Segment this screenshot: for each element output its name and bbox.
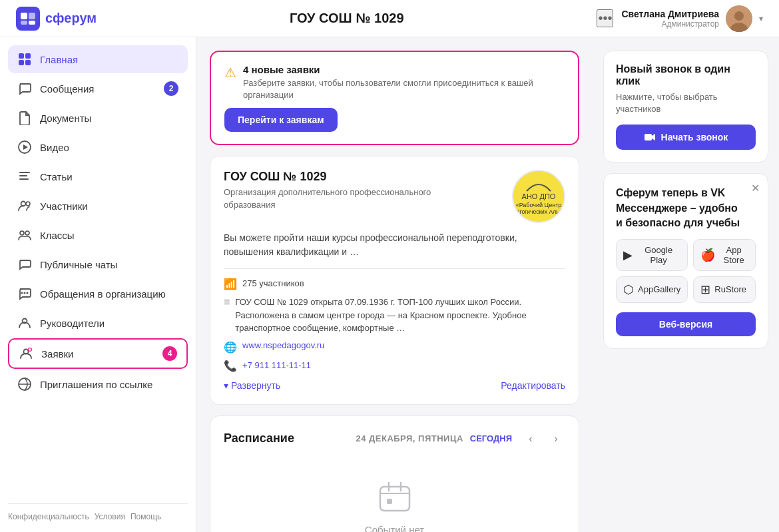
schedule-today-label: СЕГОДНЯ	[470, 433, 512, 443]
go-to-applications-button[interactable]: Перейти к заявкам	[224, 108, 338, 132]
messages-icon	[17, 81, 32, 96]
header: сферум ГОУ СОШ № 1029 ••• Светлана Дмитр…	[0, 0, 779, 37]
camera-icon	[644, 131, 656, 143]
schedule-header: Расписание 24 ДЕКАБРЯ, ПЯТНИЦА СЕГОДНЯ ‹…	[224, 429, 565, 448]
sidebar-item-home[interactable]: Главная	[8, 45, 188, 73]
sidebar-item-participants[interactable]: Участники	[8, 192, 188, 220]
avatar	[726, 5, 752, 32]
org-website-link[interactable]: www.nspedagogov.ru	[242, 340, 324, 350]
invite-link-icon	[17, 377, 32, 392]
logo-icon	[16, 7, 40, 31]
schedule-date: 24 ДЕКАБРЯ, ПЯТНИЦА	[356, 433, 463, 443]
web-version-button[interactable]: Веб-версия	[616, 312, 756, 336]
user-info: Светлана Дмитриева Администратор	[621, 9, 719, 29]
sidebar-item-applications-label: Заявки	[41, 348, 73, 360]
svg-rect-2	[29, 13, 35, 19]
google-play-button[interactable]: ▶ Google Play	[616, 239, 688, 271]
org-info: ГОУ СОШ № 1029 Организация дополнительно…	[224, 170, 437, 210]
svg-text:Педагогических Альянс»: Педагогических Альянс»	[513, 208, 564, 215]
org-edit-button[interactable]: Редактировать	[501, 380, 565, 391]
notification-text: 4 новые заявки Разберите заявки, чтобы п…	[243, 64, 565, 101]
sidebar-item-documents[interactable]: Документы	[8, 104, 188, 132]
app-gallery-button[interactable]: ⬡ AppGallery	[616, 276, 688, 303]
app-store-button[interactable]: 🍎 App Store	[693, 239, 756, 271]
sidebar-item-managers[interactable]: Руководители	[8, 309, 188, 337]
sidebar-item-classes[interactable]: Классы	[8, 221, 188, 249]
notification-title: 4 новые заявки	[243, 64, 565, 75]
org-expand-button[interactable]: ▾ Развернуть	[224, 380, 280, 391]
ru-store-icon: ⊞	[700, 282, 710, 297]
app-buttons: ▶ Google Play 🍎 App Store ⬡ AppGallery ⊞…	[616, 239, 756, 303]
header-right: ••• Светлана Дмитриева Администратор ▾	[597, 5, 763, 32]
svg-rect-3	[21, 21, 27, 25]
classes-icon	[17, 228, 32, 242]
sidebar-item-documents-label: Документы	[40, 113, 91, 124]
privacy-link[interactable]: Конфиденциальность	[8, 512, 89, 521]
start-call-button[interactable]: Начать звонок	[616, 125, 756, 150]
svg-rect-8	[19, 53, 24, 59]
svg-rect-0	[16, 7, 40, 31]
app-gallery-label: AppGallery	[638, 284, 680, 294]
svg-text:АНО ДПО: АНО ДПО	[522, 192, 556, 200]
org-header: ГОУ СОШ № 1029 Организация дополнительно…	[224, 170, 565, 223]
schedule-next-button[interactable]: ›	[547, 429, 565, 448]
svg-point-18	[26, 202, 30, 206]
org-about: ≡ ГОУ СОШ № 1029 открыта 07.09.1936 г. Т…	[224, 296, 565, 335]
org-actions: ▾ Развернуть Редактировать	[224, 380, 565, 391]
messages-badge: 2	[164, 81, 178, 96]
sidebar-item-requests-org[interactable]: Обращения в организацию	[8, 280, 188, 308]
notification-card: ⚠ 4 новые заявки Разберите заявки, чтобы…	[210, 51, 579, 145]
google-play-icon: ▶	[623, 248, 633, 262]
sidebar-item-video[interactable]: Видео	[8, 133, 188, 161]
org-logo-image: АНО ДПО «Рабочий Центр Педагогических Ал…	[513, 171, 564, 222]
svg-point-19	[20, 231, 24, 235]
svg-rect-16	[19, 178, 29, 180]
terms-link[interactable]: Условия	[95, 512, 125, 521]
user-profile: Светлана Дмитриева Администратор ▾	[621, 5, 763, 32]
org-participants: 📶 275 участников	[224, 277, 565, 290]
sidebar-item-invite-link[interactable]: Приглашения по ссылке	[8, 370, 188, 398]
main-layout: Главная Сообщения 2 Документы Видео	[0, 37, 779, 532]
google-play-label: Google Play	[637, 245, 680, 265]
svg-point-21	[24, 292, 26, 294]
svg-rect-33	[387, 499, 392, 504]
chevron-down-icon[interactable]: ▾	[759, 14, 763, 23]
globe-icon: 🌐	[224, 341, 237, 354]
schedule-empty-text: Событий нет	[365, 524, 424, 532]
sidebar: Главная Сообщения 2 Документы Видео	[0, 37, 196, 532]
public-chats-icon	[17, 257, 32, 272]
more-options-button[interactable]: •••	[597, 9, 613, 27]
sidebar-item-public-chats[interactable]: Публичные чаты	[8, 250, 188, 278]
sidebar-item-messages[interactable]: Сообщения 2	[8, 75, 188, 103]
svg-rect-11	[25, 60, 31, 65]
call-card-title: Новый звонок в один клик	[616, 63, 756, 87]
sidebar-item-participants-label: Участники	[40, 200, 88, 212]
ru-store-label: RuStore	[714, 284, 746, 294]
svg-marker-13	[23, 144, 28, 150]
sidebar-item-home-label: Главная	[40, 54, 78, 65]
svg-rect-10	[19, 60, 24, 65]
svg-point-22	[21, 292, 23, 294]
vk-card-title: Сферум теперь в VK Мессенджере – удобно …	[616, 186, 756, 230]
call-card: Новый звонок в один клик Нажмите, чтобы …	[603, 51, 768, 162]
sidebar-item-applications[interactable]: Заявки 4	[8, 338, 188, 369]
articles-icon	[17, 169, 32, 184]
vk-card-close-button[interactable]: ✕	[751, 182, 760, 194]
ru-store-button[interactable]: ⊞ RuStore	[693, 276, 756, 303]
calendar-svg	[376, 479, 413, 516]
applications-icon	[19, 346, 33, 361]
sidebar-item-articles-label: Статьи	[40, 171, 73, 182]
svg-point-20	[25, 231, 29, 235]
page-title: ГОУ СОШ № 1029	[290, 11, 404, 26]
svg-rect-9	[25, 53, 31, 59]
phone-icon: 📞	[224, 360, 237, 372]
applications-badge: 4	[162, 346, 177, 361]
help-link[interactable]: Помощь	[130, 512, 161, 521]
requests-org-icon	[17, 286, 32, 301]
sidebar-item-classes-label: Классы	[40, 230, 75, 241]
sidebar-item-articles[interactable]: Статьи	[8, 162, 188, 190]
schedule-empty: Событий нет	[224, 459, 565, 532]
start-call-label: Начать звонок	[661, 132, 728, 142]
org-about-text: ГОУ СОШ № 1029 открыта 07.09.1936 г. ТОП…	[235, 296, 565, 335]
schedule-prev-button[interactable]: ‹	[521, 429, 540, 448]
